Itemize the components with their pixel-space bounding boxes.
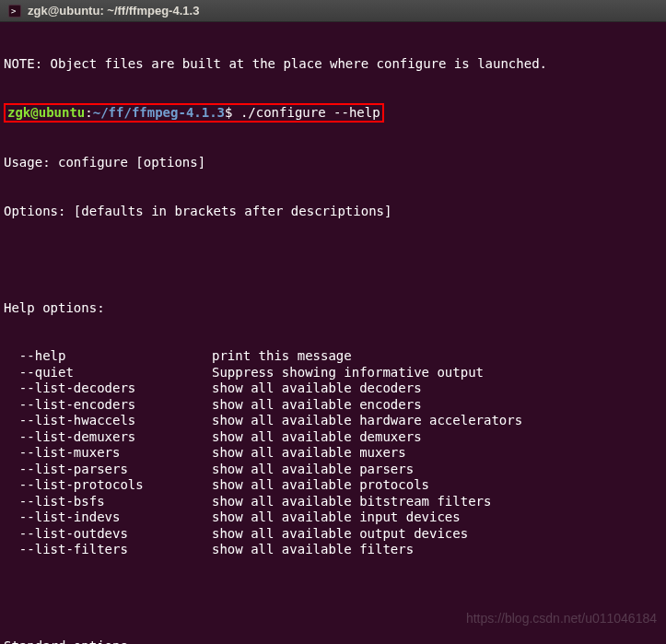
help-option-flag: --list-demuxers [4, 429, 212, 446]
note-line: NOTE: Object files are built at the plac… [4, 56, 662, 73]
help-option-row: --list-bsfsshow all available bitstream … [4, 494, 662, 510]
help-option-desc: show all available demuxers [212, 429, 422, 444]
help-option-row: --list-outdevsshow all available output … [4, 526, 662, 543]
help-option-desc: show all available input devices [212, 509, 461, 524]
help-option-flag: --list-hwaccels [4, 413, 212, 429]
standard-section-header: Standard options: [4, 638, 662, 644]
help-option-desc: print this message [212, 348, 352, 363]
help-option-row: --list-filtersshow all available filters [4, 542, 662, 558]
help-option-flag: --list-filters [4, 542, 212, 558]
help-option-flag: --list-indevs [4, 509, 212, 526]
help-option-row: --list-hwaccelsshow all available hardwa… [4, 413, 662, 429]
help-option-row: --list-encodersshow all available encode… [4, 397, 662, 414]
prompt-command: ./configure --help [240, 105, 380, 120]
help-option-row: --list-indevsshow all available input de… [4, 509, 662, 526]
help-option-flag: --list-decoders [4, 381, 212, 397]
help-option-row: --list-demuxersshow all available demuxe… [4, 429, 662, 446]
help-section-header: Help options: [4, 300, 662, 317]
help-option-desc: Suppress showing informative output [212, 365, 484, 380]
help-option-desc: show all available filters [212, 542, 414, 556]
help-option-flag: --list-bsfs [4, 494, 212, 510]
prompt-dollar: $ [225, 105, 240, 120]
help-option-desc: show all available decoders [212, 381, 422, 395]
help-option-desc: show all available output devices [212, 526, 468, 541]
help-option-desc: show all available encoders [212, 397, 422, 412]
blank-line [4, 252, 662, 268]
prompt-colon: : [85, 105, 92, 120]
help-option-row: --list-parsersshow all available parsers [4, 462, 662, 478]
help-option-flag: --quiet [4, 365, 212, 381]
terminal-output[interactable]: NOTE: Object files are built at the plac… [0, 22, 666, 644]
help-option-desc: show all available bitstream filters [212, 494, 491, 509]
prompt-path: ~/ff/ffmpeg-4.1.3 [93, 105, 225, 120]
window-title: zgk@ubuntu: ~/ff/ffmpeg-4.1.3 [28, 4, 199, 18]
help-option-flag: --list-parsers [4, 462, 212, 478]
help-option-flag: --list-encoders [4, 397, 212, 414]
svg-text:>: > [11, 6, 17, 16]
command-highlight-box: zgk@ubuntu:~/ff/ffmpeg-4.1.3$ ./configur… [4, 103, 384, 123]
prompt-line: zgk@ubuntu:~/ff/ffmpeg-4.1.3$ ./configur… [4, 105, 662, 123]
window-titlebar: > zgk@ubuntu: ~/ff/ffmpeg-4.1.3 [0, 0, 666, 22]
help-option-row: --helpprint this message [4, 348, 662, 365]
help-option-desc: show all available hardware accelerators [212, 413, 522, 427]
help-option-flag: --list-protocols [4, 477, 212, 494]
help-option-row: --quietSuppress showing informative outp… [4, 365, 662, 381]
prompt-user-host: zgk@ubuntu [7, 105, 85, 120]
help-option-desc: show all available muxers [212, 445, 406, 460]
options-hint-line: Options: [defaults in brackets after des… [4, 204, 662, 220]
terminal-icon: > [7, 4, 22, 18]
help-option-flag: --list-muxers [4, 445, 212, 462]
blank-line [4, 591, 662, 607]
help-option-row: --list-protocolsshow all available proto… [4, 477, 662, 494]
help-option-row: --list-decodersshow all available decode… [4, 381, 662, 397]
usage-line: Usage: configure [options] [4, 155, 662, 171]
help-option-row: --list-muxersshow all available muxers [4, 445, 662, 462]
help-option-flag: --help [4, 348, 212, 365]
help-option-desc: show all available parsers [212, 462, 414, 476]
help-option-flag: --list-outdevs [4, 526, 212, 543]
help-option-desc: show all available protocols [212, 477, 429, 492]
